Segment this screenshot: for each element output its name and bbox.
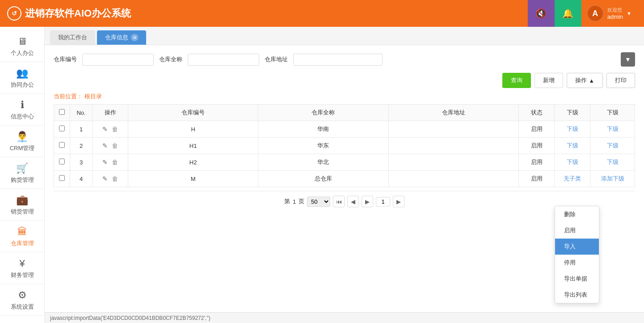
action-bar: 查询 新增 操作 ▲ 打印 [54, 73, 635, 88]
user-menu[interactable]: A 欢迎您 admin ▼ [581, 0, 637, 27]
tab-workbench[interactable]: 我的工作台 [50, 30, 95, 45]
avatar: A [587, 5, 604, 22]
row-name: 华南 [258, 121, 388, 138]
delete-icon[interactable]: 🗑 [112, 159, 118, 166]
add-sub-link[interactable]: 下级 [607, 126, 619, 132]
row-op: ✎ 🗑 [93, 121, 128, 138]
dropdown-item-import[interactable]: 导入 [555, 239, 599, 255]
row-select-checkbox[interactable] [59, 142, 65, 148]
cart-icon: 🛒 [16, 163, 28, 174]
next-page-button[interactable]: ▶ [362, 196, 373, 207]
delete-icon[interactable]: 🗑 [112, 175, 118, 182]
sidebar-item-personal[interactable]: 🖥 个人办公 [0, 30, 44, 62]
add-sub-link[interactable]: 下级 [607, 142, 619, 149]
sub-link[interactable]: 下级 [567, 159, 578, 165]
row-code: H2 [128, 154, 258, 171]
sidebar-item-warehouse[interactable]: 🏛 仓库管理 [0, 221, 44, 252]
operation-button[interactable]: 操作 ▲ [567, 73, 603, 88]
filter-bar: 仓库编号 仓库全称 仓库地址 ▼ [54, 52, 635, 67]
row-name: 总仓库 [258, 171, 388, 187]
tab-workbench-label: 我的工作台 [58, 34, 87, 42]
jump-page-button[interactable]: ▶ [393, 196, 404, 207]
dropdown-item-disable[interactable]: 停用 [555, 255, 599, 271]
dropdown-item-enable[interactable]: 启用 [555, 222, 599, 239]
warehouse-code-input[interactable] [82, 54, 154, 66]
sidebar-item-settings[interactable]: ⚙ 系统设置 [0, 284, 44, 316]
row-add-sub[interactable]: 下级 [590, 138, 635, 154]
row-sub[interactable]: 无子类 [555, 171, 590, 187]
sidebar-label-collab: 协同办公 [11, 81, 34, 89]
bell-button[interactable]: 🔔 [555, 0, 581, 27]
edit-icon[interactable]: ✎ [102, 126, 108, 133]
gear-icon: ⚙ [18, 289, 27, 301]
first-page-button[interactable]: ⏮ [333, 196, 345, 207]
row-sub[interactable]: 下级 [555, 154, 590, 171]
delete-icon[interactable]: 🗑 [112, 126, 118, 133]
header-actions: 🔇 🔔 A 欢迎您 admin ▼ [528, 0, 637, 27]
sidebar-label-personal: 个人办公 [11, 49, 34, 57]
pagination: 第 1 页 50 100 200 ⏮ ◀ ▶ ▶ [54, 191, 635, 209]
select-all-checkbox[interactable] [59, 109, 65, 115]
table-row: 1 ✎ 🗑 H 华南 启用 下级 下级 [54, 121, 635, 138]
col-addr: 仓库地址 [388, 105, 518, 121]
row-add-sub[interactable]: 添加下级 [590, 171, 635, 187]
sidebar-item-crm[interactable]: 👨‍💼 CRM管理 [0, 126, 44, 157]
mute-button[interactable]: 🔇 [528, 0, 555, 27]
prev-page-button[interactable]: ◀ [347, 196, 359, 207]
add-sub-link[interactable]: 下级 [607, 159, 619, 165]
app-header: ↺ 进销存软件AIO办公系统 🔇 🔔 A 欢迎您 admin ▼ [0, 0, 644, 27]
sidebar-item-collab[interactable]: 👥 协同办公 [0, 62, 44, 94]
warehouse-name-input[interactable] [188, 54, 259, 66]
row-select-checkbox[interactable] [59, 126, 65, 131]
row-checkbox [54, 138, 70, 154]
row-sub[interactable]: 下级 [555, 138, 590, 154]
operation-arrow-icon: ▲ [589, 77, 594, 84]
query-button[interactable]: 查询 [502, 73, 531, 88]
edit-icon[interactable]: ✎ [102, 175, 108, 182]
edit-icon[interactable]: ✎ [102, 142, 108, 149]
print-button[interactable]: 打印 [606, 73, 635, 88]
delete-icon[interactable]: 🗑 [112, 142, 118, 149]
row-add-sub[interactable]: 下级 [590, 121, 635, 138]
warehouse-code-label: 仓库编号 [54, 55, 77, 63]
edit-icon[interactable]: ✎ [102, 159, 108, 166]
sidebar-label-crm: CRM管理 [10, 144, 35, 152]
add-sub-link[interactable]: 添加下级 [601, 175, 624, 182]
collapse-button[interactable]: ▼ [621, 52, 635, 67]
row-select-checkbox[interactable] [59, 175, 65, 181]
row-code: H [128, 121, 258, 138]
row-sub[interactable]: 下级 [555, 121, 590, 138]
breadcrumb: 当前位置： 根目录 [54, 92, 635, 101]
row-add-sub[interactable]: 下级 [590, 154, 635, 171]
row-no: 2 [70, 138, 93, 154]
row-no: 3 [70, 154, 93, 171]
sidebar-label-purchase: 购货管理 [11, 176, 34, 184]
add-button[interactable]: 新增 [535, 73, 563, 88]
warehouse-icon: 🏛 [17, 226, 27, 238]
sub-link[interactable]: 下级 [567, 142, 578, 149]
col-add-sub: 下级 [590, 105, 635, 121]
chevron-down-icon: ▼ [627, 11, 631, 16]
warehouse-addr-input[interactable] [293, 54, 383, 66]
sub-link[interactable]: 下级 [567, 126, 578, 132]
row-code: H1 [128, 138, 258, 154]
user-info: 欢迎您 admin [607, 7, 623, 20]
sidebar-item-sales[interactable]: 💼 销货管理 [0, 189, 44, 221]
dropdown-item-delete[interactable]: 删除 [555, 206, 599, 222]
tab-close-icon[interactable]: ✕ [131, 34, 138, 41]
tab-warehouse-info[interactable]: 仓库信息 ✕ [97, 30, 146, 45]
welcome-text: 欢迎您 [607, 7, 623, 13]
jump-page-input[interactable] [376, 197, 390, 206]
data-table-wrap: No. 操作 仓库编号 仓库全称 仓库地址 状态 下级 下级 1 ✎ [54, 104, 635, 187]
sidebar-item-purchase[interactable]: 🛒 购货管理 [0, 157, 44, 189]
table-row: 3 ✎ 🗑 H2 华北 启用 下级 下级 [54, 154, 635, 171]
sub-link[interactable]: 无子类 [564, 175, 581, 182]
row-addr [388, 171, 518, 187]
sidebar-item-finance[interactable]: ¥ 财务管理 [0, 252, 44, 284]
dropdown-item-export-form[interactable]: 导出单据 [555, 271, 599, 287]
sidebar-item-info[interactable]: ℹ 信息中心 [0, 94, 44, 126]
row-select-checkbox[interactable] [59, 159, 65, 164]
page-size-select[interactable]: 50 100 200 [307, 197, 330, 207]
dropdown-item-export-list[interactable]: 导出列表 [555, 287, 599, 303]
breadcrumb-path: 根目录 [84, 93, 102, 100]
